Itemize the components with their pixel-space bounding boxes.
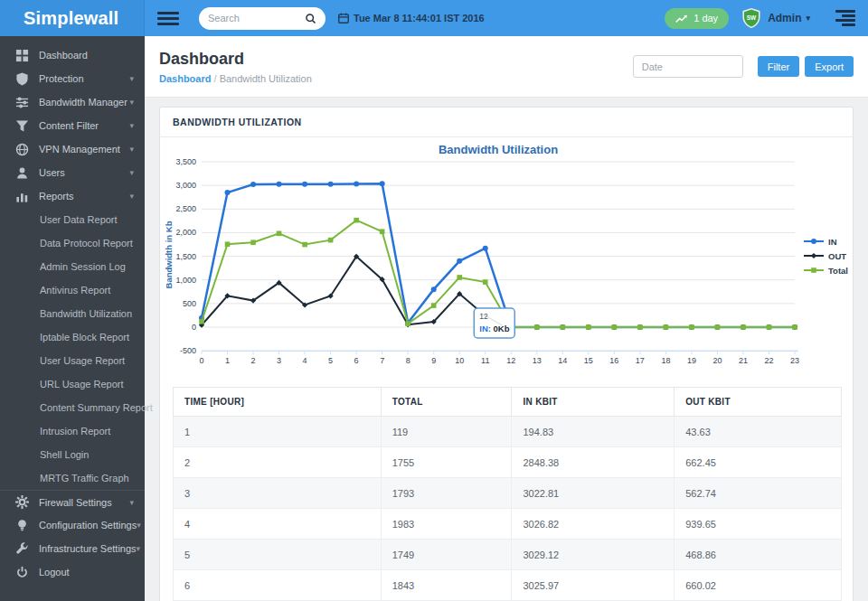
sidebar-item-dashboard[interactable]: Dashboard [0,43,145,67]
svg-text:0: 0 [199,356,203,365]
svg-text:IN: 0Kb: IN: 0Kb [479,324,509,333]
sidebar-item-logout[interactable]: Logout [0,560,145,584]
sidebar-subitem-content-summary-report[interactable]: Content Summary Report [0,396,145,419]
svg-text:4: 4 [303,356,307,365]
hamburger-menu-icon[interactable] [157,9,179,28]
sidebar-subitem-url-usage-report[interactable]: URL Usage Report [0,372,145,396]
sidebar-subitem-mrtg-traffic-graph[interactable]: MRTG Traffic Graph [0,466,145,490]
sidebar-item-label: Reports [39,191,129,202]
sidebar-item-protection[interactable]: Protection▾ [0,67,145,90]
svg-text:17: 17 [636,356,645,365]
svg-text:3,500: 3,500 [175,157,196,166]
power-icon [15,566,29,579]
table-cell: 194.83 [512,417,675,447]
svg-text:12: 12 [479,312,488,321]
admin-dropdown[interactable]: Admin ▾ [768,12,810,24]
svg-text:15: 15 [584,356,593,365]
table-row[interactable]: 317933022.81562.74 [174,478,842,509]
table-row[interactable]: 1119194.8343.63 [174,417,842,447]
time-range-button[interactable]: 1 day [665,8,729,29]
table-row[interactable]: 618433025.97660.02 [174,570,842,601]
table-header-cell: OUT KBIT [675,388,842,417]
card-title: BANDWIDTH UTILIZATION [160,108,853,137]
sidebar-subitem-user-data-report[interactable]: User Data Report [0,208,145,231]
user-icon [15,166,29,180]
table-header-row: TIME [HOUR]TOTALIN KBITOUT KBIT [174,388,842,417]
svg-text:13: 13 [533,356,542,365]
table-cell: 939.65 [675,509,842,540]
breadcrumb-current: Bandwidth Utilization [220,73,312,84]
table-cell: 3 [174,478,382,509]
table-row[interactable]: 517493029.12468.86 [174,540,842,570]
sidebar-item-reports[interactable]: Reports▾ [0,184,145,208]
header-datetime: Tue Mar 8 11:44:01 IST 2016 [338,13,485,23]
table-cell: 1793 [381,478,512,509]
chevron-down-icon: ▾ [129,498,134,507]
sidebar-item-vpn-management[interactable]: VPN Management▾ [0,137,145,161]
sidebar-subitem-shell-login[interactable]: Shell Login [0,443,145,466]
sidebar-subitem-bandwidth-utilization[interactable]: Bandwidth Utilization [0,302,145,325]
breadcrumb-separator: / [214,73,217,84]
sidebar-item-label: Dashboard [39,50,134,61]
sidebar-item-configuration-settings[interactable]: Configuration Settings▾ [0,513,145,537]
sidebar-item-bandwidth-manager[interactable]: Bandwidth Manager▾ [0,90,145,114]
table-header-cell: IN KBIT [512,388,675,417]
sidebar-item-firewall-settings[interactable]: Firewall Settings▾ [0,490,145,513]
search-box[interactable] [199,7,326,30]
filter-button[interactable]: Filter [758,56,799,77]
chart-title: Bandwidth Utilization [439,143,558,156]
content-area: BANDWIDTH UTILIZATION Bandwidth Utilizat… [145,98,868,601]
app-window: Simplewall Tue Mar 8 11:44:01 IST 2016 [0,0,868,601]
table-row[interactable]: 217552848.38662.45 [174,447,842,478]
sidebar-item-content-filter[interactable]: Content Filter▾ [0,114,145,137]
chevron-down-icon: ▾ [137,544,141,553]
svg-text:6: 6 [354,356,359,365]
table-cell: 6 [174,570,382,601]
wrench-icon [15,542,29,556]
user-avatar-shield-icon[interactable]: SW [741,7,761,29]
page-header-bar: Dashboard Dashboard / Bandwidth Utilizat… [145,36,868,98]
chart-tooltip: 12IN: 0Kb [474,308,514,338]
date-filter-input[interactable] [633,55,743,78]
sidebar-subitem-antivirus-report[interactable]: Antivirus Report [0,278,145,302]
svg-text:2: 2 [251,356,256,365]
svg-text:3: 3 [277,356,281,365]
svg-text:14: 14 [558,356,567,365]
svg-text:1,500: 1,500 [175,252,196,261]
sidebar-item-users[interactable]: Users▾ [0,161,145,184]
search-input[interactable] [208,13,305,23]
bulb-icon [15,519,29,532]
table-row[interactable]: 419833026.82939.65 [174,509,842,540]
sidebar-item-infrastructure-settings[interactable]: Infrastructure Settings▾ [0,537,145,560]
sliders-icon [15,96,29,109]
svg-text:22: 22 [764,356,773,365]
sidebar-subitem-user-usage-report[interactable]: User Usage Report [0,349,145,372]
svg-text:8: 8 [406,356,410,365]
search-icon[interactable] [305,13,316,24]
sidebar-item-label: Infrastructure Settings [39,543,137,554]
table-cell: 3025.97 [512,570,675,601]
svg-text:500: 500 [183,299,196,308]
svg-text:2,500: 2,500 [175,204,196,213]
sidebar-subitem-data-protocol-report[interactable]: Data Protocol Report [0,231,145,255]
bandwidth-chart[interactable]: Bandwidth Utilization-50005001,0001,5002… [160,137,853,376]
table-cell: 1755 [381,447,512,478]
legend-label-out[interactable]: OUT [828,251,846,261]
table-cell: 2848.38 [512,447,675,478]
sidebar-subitem-iptable-block-report[interactable]: Iptable Block Report [0,325,145,349]
sidebar-subitem-admin-session-log[interactable]: Admin Session Log [0,255,145,278]
right-panel-toggle-icon[interactable] [835,8,855,29]
breadcrumb-dashboard[interactable]: Dashboard [159,73,211,84]
trend-chart-icon [675,14,688,23]
app-logo[interactable]: Simplewall [0,0,145,36]
legend-label-in[interactable]: IN [828,237,837,247]
table-cell: 3022.81 [512,478,675,509]
sidebar-item-label: Protection [39,73,129,84]
legend-label-total[interactable]: Total [828,266,848,276]
export-button[interactable]: Export [805,56,854,77]
filter-icon [15,119,29,133]
table-cell: 5 [174,540,382,570]
svg-text:21: 21 [739,356,748,365]
svg-text:SW: SW [747,14,757,21]
sidebar-subitem-intrusion-report[interactable]: Intrusion Report [0,419,145,443]
